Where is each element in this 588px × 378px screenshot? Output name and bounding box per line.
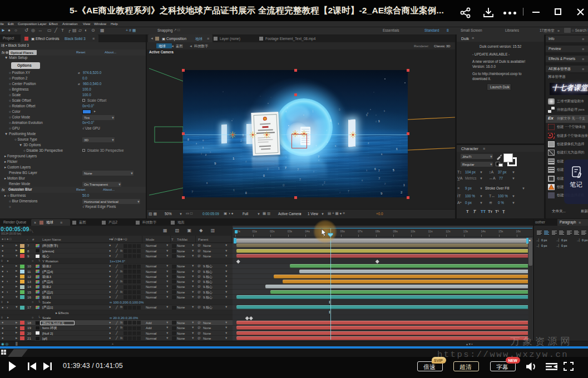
svg-text:2: 2 xyxy=(384,182,386,185)
svg-text:3: 3 xyxy=(403,184,405,187)
svg-text:0: 0 xyxy=(202,139,204,142)
svg-text:9: 9 xyxy=(206,182,207,185)
svg-text:7: 7 xyxy=(339,192,340,194)
svg-text:2: 2 xyxy=(205,154,206,156)
svg-text:2: 2 xyxy=(267,168,269,171)
svg-text:6: 6 xyxy=(374,167,376,171)
svg-text:7: 7 xyxy=(378,170,380,172)
svg-text:9: 9 xyxy=(196,143,197,145)
svg-text:0: 0 xyxy=(245,192,247,195)
svg-text:9: 9 xyxy=(378,120,380,123)
svg-text:7: 7 xyxy=(348,190,349,193)
svg-text:5: 5 xyxy=(278,167,280,170)
svg-text:0: 0 xyxy=(210,151,211,153)
svg-text:9: 9 xyxy=(214,162,216,165)
svg-text:1: 1 xyxy=(312,110,314,113)
svg-text:1: 1 xyxy=(233,157,235,160)
svg-text:0: 0 xyxy=(263,174,265,177)
svg-text:4: 4 xyxy=(375,121,377,123)
svg-text:4: 4 xyxy=(245,160,247,163)
svg-text:0: 0 xyxy=(283,183,285,187)
svg-text:6: 6 xyxy=(362,179,363,182)
svg-text:0: 0 xyxy=(327,141,328,143)
svg-text:7: 7 xyxy=(191,190,194,193)
svg-text:8: 8 xyxy=(318,160,319,162)
svg-text:4: 4 xyxy=(285,111,286,113)
svg-text:1: 1 xyxy=(201,153,202,155)
svg-text:2: 2 xyxy=(324,181,325,184)
svg-text:7: 7 xyxy=(378,177,381,180)
svg-text:9: 9 xyxy=(381,192,383,195)
svg-text:4: 4 xyxy=(368,142,369,145)
svg-text:1: 1 xyxy=(338,122,339,125)
svg-text:1: 1 xyxy=(202,147,204,149)
svg-text:2: 2 xyxy=(401,191,403,194)
svg-text:7: 7 xyxy=(318,155,320,158)
svg-text:7: 7 xyxy=(299,178,301,181)
svg-text:8: 8 xyxy=(187,138,189,141)
svg-text:5: 5 xyxy=(285,156,287,158)
svg-text:0: 0 xyxy=(339,108,340,111)
svg-text:6: 6 xyxy=(396,148,398,151)
svg-text:6: 6 xyxy=(384,110,385,112)
svg-text:1: 1 xyxy=(366,169,368,172)
svg-text:5: 5 xyxy=(393,168,394,172)
svg-text:2: 2 xyxy=(240,139,242,142)
svg-text:7: 7 xyxy=(310,130,311,132)
svg-text:3: 3 xyxy=(322,184,323,186)
svg-text:7: 7 xyxy=(285,166,286,170)
svg-text:9: 9 xyxy=(330,120,332,122)
svg-text:7: 7 xyxy=(315,145,317,148)
svg-text:3: 3 xyxy=(242,133,244,137)
svg-text:0: 0 xyxy=(367,112,368,115)
svg-text:4: 4 xyxy=(326,130,327,132)
svg-text:6: 6 xyxy=(298,136,299,138)
svg-text:4: 4 xyxy=(313,171,314,173)
svg-text:6: 6 xyxy=(335,145,337,147)
svg-text:6: 6 xyxy=(233,188,235,192)
svg-text:7: 7 xyxy=(297,168,299,171)
svg-text:6: 6 xyxy=(381,153,383,156)
